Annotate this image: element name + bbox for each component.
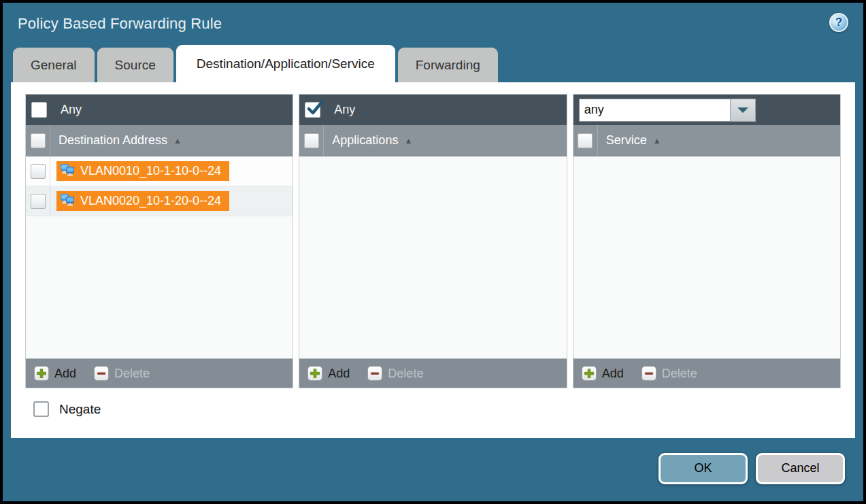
applications-any-checkbox[interactable] [305, 102, 320, 118]
destination-toolbar: Add Delete [26, 358, 293, 388]
policy-based-forwarding-dialog: Policy Based Forwarding Rule ? General S… [0, 0, 866, 504]
sort-ascending-icon: ▲ [404, 137, 412, 145]
tab-bar: General Source Destination/Application/S… [3, 45, 863, 82]
cancel-button[interactable]: Cancel [756, 453, 845, 484]
applications-list [299, 156, 566, 358]
sort-ascending-icon: ▲ [173, 137, 182, 145]
address-object-label: VLAN0020_10-1-20-0--24 [80, 194, 221, 208]
add-button[interactable]: Add [34, 366, 76, 381]
address-object-icon [60, 192, 76, 209]
plus-icon [307, 366, 322, 381]
applications-any-label: Any [334, 103, 355, 117]
plus-icon [582, 366, 597, 381]
applications-toolbar: Add Delete [299, 358, 566, 388]
ok-button[interactable]: OK [659, 453, 748, 484]
titlebar: Policy Based Forwarding Rule ? [3, 3, 863, 45]
service-toolbar: Add Delete [573, 358, 840, 388]
tab-source[interactable]: Source [97, 48, 173, 82]
row-checkbox[interactable] [31, 164, 46, 179]
add-button-label: Add [54, 367, 76, 381]
delete-button[interactable]: Delete [94, 366, 150, 381]
add-button-label: Add [328, 367, 350, 381]
address-object-icon [60, 163, 76, 180]
service-select-all-checkbox[interactable] [578, 133, 593, 148]
destination-column-header[interactable]: Destination Address ▲ [26, 125, 293, 156]
negate-row: Negate [25, 401, 841, 417]
content-panel: Any Destination Address ▲ [11, 82, 855, 438]
negate-checkbox[interactable] [33, 401, 49, 417]
chevron-down-icon[interactable] [730, 99, 756, 122]
minus-icon [642, 366, 656, 381]
applications-any-row: Any [299, 95, 566, 125]
delete-button-label: Delete [662, 367, 697, 381]
service-dropdown: any [579, 99, 756, 122]
delete-button[interactable]: Delete [642, 366, 697, 381]
columns-container: Any Destination Address ▲ [25, 94, 841, 388]
delete-button-label: Delete [114, 367, 150, 381]
applications-column: Any Applications ▲ [299, 94, 567, 388]
address-object-label: VLAN0010_10-1-10-0--24 [80, 164, 221, 178]
destination-any-row: Any [26, 95, 293, 125]
plus-icon [34, 366, 49, 381]
tab-forwarding[interactable]: Forwarding [398, 48, 498, 82]
destination-any-checkbox[interactable] [31, 102, 47, 118]
dialog-title: Policy Based Forwarding Rule [18, 15, 847, 33]
delete-button[interactable]: Delete [367, 366, 423, 381]
applications-column-header[interactable]: Applications ▲ [299, 125, 566, 156]
sort-ascending-icon: ▲ [653, 137, 661, 145]
delete-button-label: Delete [388, 367, 423, 381]
address-object-vlan0010[interactable]: VLAN0010_10-1-10-0--24 [56, 161, 229, 181]
help-icon[interactable]: ? [829, 13, 848, 32]
service-column-header[interactable]: Service ▲ [573, 125, 840, 156]
row-checkbox[interactable] [31, 194, 46, 209]
tab-destination-application-service[interactable]: Destination/Application/Service [176, 45, 395, 82]
destination-any-label: Any [61, 103, 82, 117]
minus-icon [367, 366, 382, 381]
destination-select-all-checkbox[interactable] [31, 133, 46, 148]
tab-general[interactable]: General [13, 48, 95, 82]
service-dropdown-value[interactable]: any [579, 99, 730, 122]
service-dropdown-row: any [573, 95, 840, 125]
service-list [573, 156, 840, 358]
service-header-label: Service [606, 133, 647, 148]
service-column: any Service ▲ [573, 94, 841, 388]
destination-list: VLAN0010_10-1-10-0--24 [26, 156, 293, 358]
destination-header-label: Destination Address [59, 133, 167, 148]
add-button[interactable]: Add [307, 366, 350, 381]
applications-select-all-checkbox[interactable] [304, 133, 319, 148]
destination-address-column: Any Destination Address ▲ [25, 94, 293, 388]
dialog-footer: OK Cancel [3, 435, 863, 501]
table-row: VLAN0010_10-1-10-0--24 [26, 156, 293, 186]
applications-header-label: Applications [332, 133, 398, 148]
address-object-vlan0020[interactable]: VLAN0020_10-1-20-0--24 [56, 191, 229, 211]
negate-label: Negate [59, 402, 101, 417]
table-row: VLAN0020_10-1-20-0--24 [26, 186, 293, 216]
add-button[interactable]: Add [582, 366, 624, 381]
add-button-label: Add [602, 367, 624, 381]
minus-icon [94, 366, 109, 381]
